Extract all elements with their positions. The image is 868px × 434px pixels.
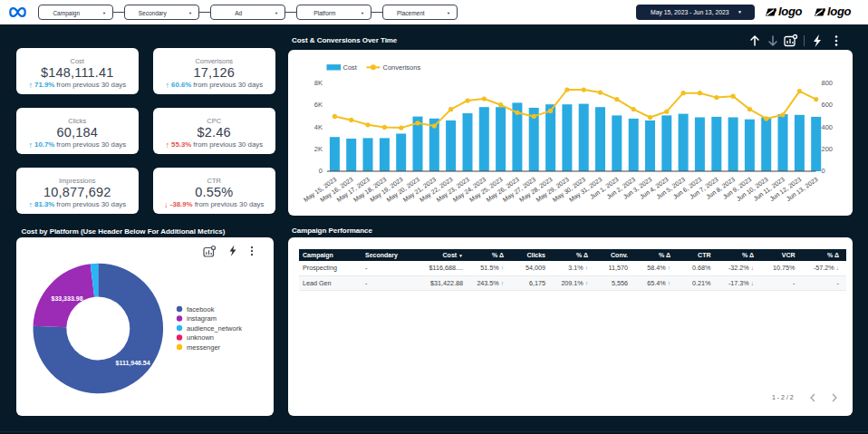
svg-text:unknown: unknown — [187, 333, 214, 342]
svg-text:facebook: facebook — [187, 305, 215, 313]
svg-text:$33,333.98: $33,333.98 — [51, 295, 82, 303]
svg-text:$111,946.54: $111,946.54 — [115, 360, 149, 367]
svg-text:200: 200 — [821, 145, 833, 153]
svg-text:600: 600 — [821, 101, 833, 109]
svg-text:Cost: Cost — [342, 63, 357, 72]
svg-text:0: 0 — [821, 167, 825, 175]
svg-text:instagram: instagram — [187, 314, 217, 323]
svg-text:audience_network: audience_network — [187, 324, 242, 333]
svg-text:Converisons: Converisons — [382, 63, 420, 72]
svg-text:2K: 2K — [313, 145, 322, 153]
svg-text:8K: 8K — [313, 79, 322, 87]
svg-text:4K: 4K — [313, 123, 322, 131]
svg-text:6K: 6K — [313, 101, 322, 109]
svg-text:800: 800 — [821, 79, 833, 87]
svg-text:messenger: messenger — [187, 343, 221, 352]
svg-text:0: 0 — [318, 167, 322, 175]
svg-text:400: 400 — [821, 123, 833, 131]
